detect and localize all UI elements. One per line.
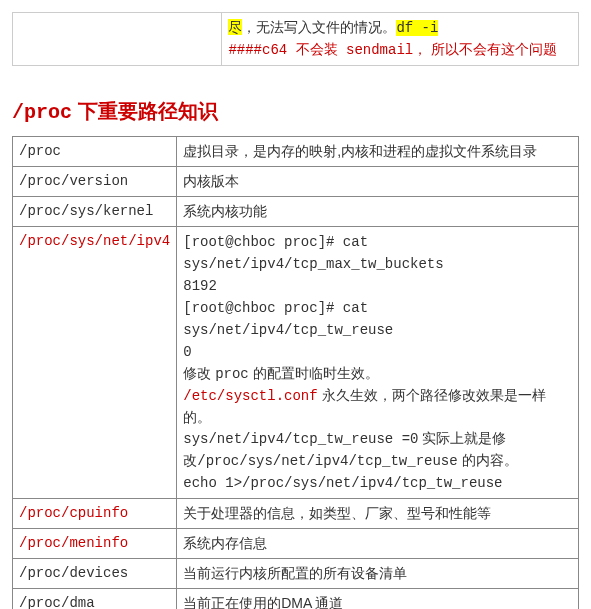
heading-rest: 下重要路径知识	[72, 100, 218, 122]
heading-code: /proc	[12, 101, 72, 124]
table-row: /proc/meninfo 系统内存信息	[13, 529, 579, 559]
path-cell: /proc/devices	[13, 559, 177, 589]
desc-cell: 系统内核功能	[177, 197, 579, 227]
path-cell: /proc	[13, 137, 177, 167]
hl-jin: 尽	[228, 19, 242, 35]
path-cell: /proc/sys/kernel	[13, 197, 177, 227]
table-row: /proc/cpuinfo 关于处理器的信息，如类型、厂家、型号和性能等	[13, 499, 579, 529]
path-cell: /proc/meninfo	[13, 529, 177, 559]
table-row: /proc/sys/net/ipv4 [root@chboc proc]# ca…	[13, 227, 579, 499]
path-cell: /proc/sys/net/ipv4	[13, 227, 177, 499]
top-note-red-a: ####c64 不会装 sendmail，	[228, 42, 427, 58]
desc-text: 的配置时临时生效。	[249, 365, 379, 381]
inline-code: /proc/sys/net/ipv4/tcp_tw_reuse	[197, 453, 457, 469]
table-row: /proc/dma 当前正在使用的DMA 通道	[13, 589, 579, 610]
top-note-text1: ，无法写入文件的情况。	[242, 19, 396, 35]
cmd-line: [root@chboc proc]# cat sys/net/ipv4/tcp_…	[183, 234, 443, 272]
desc-cell: 虚拟目录，是内存的映射,内核和进程的虚拟文件系统目录	[177, 137, 579, 167]
cmd-line: [root@chboc proc]# cat sys/net/ipv4/tcp_…	[183, 300, 393, 338]
table-row: /proc/sys/kernel 系统内核功能	[13, 197, 579, 227]
desc-cell: [root@chboc proc]# cat sys/net/ipv4/tcp_…	[177, 227, 579, 499]
top-note-right: 尽，无法写入文件的情况。df -i ####c64 不会装 sendmail， …	[222, 13, 579, 66]
df-i-code: df -i	[396, 20, 438, 36]
table-row: /proc/devices 当前运行内核所配置的所有设备清单	[13, 559, 579, 589]
desc-cell: 内核版本	[177, 167, 579, 197]
path-cell: /proc/version	[13, 167, 177, 197]
inline-code: sys/net/ipv4/tcp_tw_reuse =0	[183, 431, 418, 447]
inline-code: proc	[215, 366, 249, 382]
desc-text: 的内容。	[458, 452, 518, 468]
top-note-red-b: 所以不会有这个问题	[431, 41, 557, 57]
desc-cell: 当前运行内核所配置的所有设备清单	[177, 559, 579, 589]
desc-cell: 系统内存信息	[177, 529, 579, 559]
top-note-left	[13, 13, 222, 66]
cmd-line: echo 1>/proc/sys/net/ipv4/tcp_tw_reuse	[183, 475, 502, 491]
top-note-table: 尽，无法写入文件的情况。df -i ####c64 不会装 sendmail， …	[12, 12, 579, 66]
desc-cell: 关于处理器的信息，如类型、厂家、型号和性能等	[177, 499, 579, 529]
path-cell: /proc/cpuinfo	[13, 499, 177, 529]
cmd-line: 8192	[183, 278, 217, 294]
table-row: /proc/version 内核版本	[13, 167, 579, 197]
cmd-line: 0	[183, 344, 191, 360]
section-heading: /proc 下重要路径知识	[12, 96, 579, 128]
proc-table: /proc 虚拟目录，是内存的映射,内核和进程的虚拟文件系统目录 /proc/v…	[12, 136, 579, 609]
inline-code-red: /etc/sysctl.conf	[183, 388, 317, 404]
path-cell: /proc/dma	[13, 589, 177, 610]
desc-cell: 当前正在使用的DMA 通道	[177, 589, 579, 610]
table-row: /proc 虚拟目录，是内存的映射,内核和进程的虚拟文件系统目录	[13, 137, 579, 167]
desc-text: 修改	[183, 365, 215, 381]
